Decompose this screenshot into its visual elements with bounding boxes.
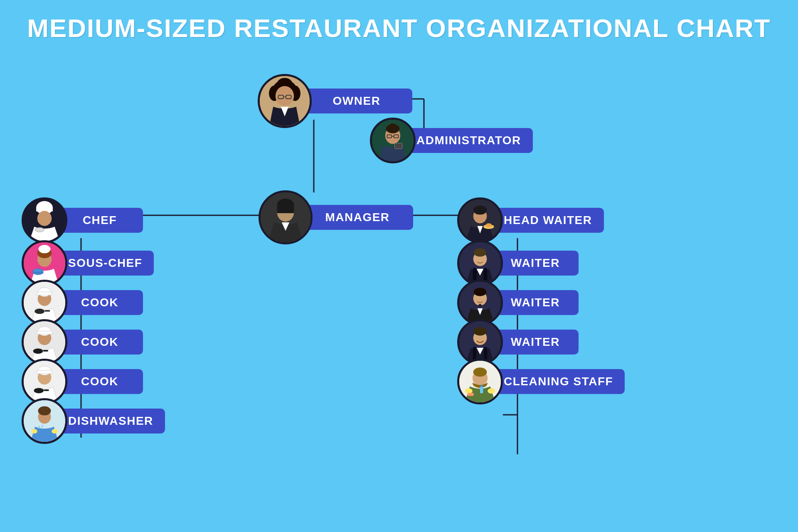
- cook3-node: COOK: [22, 359, 143, 404]
- svg-point-48: [33, 269, 43, 275]
- manager-node: MANAGER: [259, 190, 413, 244]
- waiter1-label: WAITER: [495, 251, 579, 276]
- waiter3-avatar: [457, 319, 503, 365]
- svg-point-77: [473, 206, 487, 215]
- svg-rect-65: [37, 371, 52, 374]
- svg-point-96: [473, 367, 487, 377]
- cleaningstaff-node: CLEANING STAFF: [457, 359, 625, 404]
- svg-rect-61: [43, 350, 48, 352]
- cleaningstaff-avatar: [457, 359, 503, 404]
- svg-point-79: [486, 223, 492, 227]
- svg-rect-59: [37, 331, 52, 334]
- owner-label: OWNER: [304, 89, 412, 113]
- svg-rect-93: [484, 347, 487, 360]
- waiter2-avatar: [457, 280, 503, 325]
- souschef-node: SOUS-CHEF: [22, 240, 154, 286]
- headwaiter-avatar: [457, 197, 503, 243]
- admin-label: ADMINISTRATOR: [408, 128, 533, 153]
- cleaningstaff-label: CLEANING STAFF: [495, 369, 625, 394]
- chef-avatar: [22, 197, 67, 243]
- chef-node: CHEF: [22, 197, 143, 243]
- waiter3-node: WAITER: [457, 319, 579, 365]
- cook1-avatar: [22, 280, 67, 325]
- svg-rect-55: [44, 310, 50, 312]
- waiter1-node: WAITER: [457, 240, 579, 286]
- svg-point-41: [37, 211, 52, 226]
- souschef-label: SOUS-CHEF: [60, 251, 154, 276]
- svg-rect-49: [33, 272, 43, 274]
- cook3-label: COOK: [60, 369, 143, 394]
- svg-rect-33: [395, 143, 402, 149]
- cook1-node: COOK: [22, 280, 143, 325]
- cook2-avatar: [22, 319, 67, 365]
- headwaiter-node: HEAD WAITER: [457, 197, 604, 243]
- svg-point-47: [38, 245, 50, 253]
- svg-point-42: [35, 227, 44, 232]
- chef-label: CHEF: [60, 208, 143, 233]
- dishwasher-avatar: [22, 398, 67, 444]
- manager-avatar: [259, 190, 313, 244]
- svg-point-87: [474, 288, 487, 296]
- svg-point-70: [38, 406, 51, 416]
- svg-point-60: [33, 348, 43, 354]
- cook3-avatar: [22, 359, 67, 404]
- waiter2-label: WAITER: [495, 290, 579, 315]
- cook1-label: COOK: [60, 290, 143, 315]
- svg-rect-37: [277, 205, 294, 213]
- svg-point-98: [488, 388, 495, 394]
- svg-point-54: [34, 309, 44, 314]
- svg-rect-84: [483, 268, 487, 281]
- svg-point-66: [34, 388, 44, 393]
- svg-point-29: [389, 123, 397, 130]
- svg-point-71: [31, 429, 37, 433]
- org-chart: OWNER ADMINISTRATOR: [0, 51, 798, 508]
- dishwasher-label: DISHWASHER: [60, 409, 165, 433]
- svg-rect-92: [473, 347, 476, 360]
- manager-label: MANAGER: [305, 205, 413, 230]
- svg-point-91: [474, 328, 487, 336]
- cook2-node: COOK: [22, 319, 143, 365]
- svg-rect-53: [37, 292, 52, 295]
- admin-avatar: [370, 118, 416, 163]
- souschef-avatar: [22, 240, 67, 286]
- svg-rect-67: [44, 389, 49, 391]
- page-title: MEDIUM-SIZED RESTAURANT ORGANIZATIONAL C…: [0, 0, 798, 51]
- administrator-node: ADMINISTRATOR: [370, 118, 533, 163]
- svg-rect-99: [480, 387, 483, 393]
- headwaiter-label: HEAD WAITER: [495, 208, 604, 233]
- waiter3-label: WAITER: [495, 330, 579, 355]
- waiter1-avatar: [457, 240, 503, 286]
- dishwasher-node: DISHWASHER: [22, 398, 165, 444]
- svg-rect-83: [473, 268, 477, 281]
- svg-rect-101: [468, 393, 474, 396]
- owner-avatar: [258, 74, 312, 128]
- svg-rect-100: [480, 385, 483, 387]
- svg-point-82: [474, 249, 487, 257]
- svg-point-72: [52, 429, 58, 433]
- cook2-label: COOK: [60, 330, 143, 355]
- waiter2-node: WAITER: [457, 280, 579, 325]
- svg-point-97: [465, 388, 473, 394]
